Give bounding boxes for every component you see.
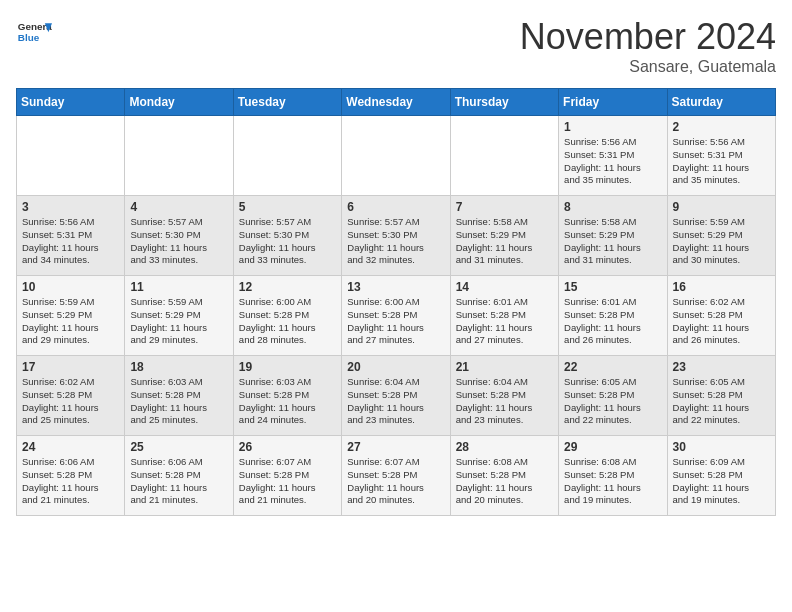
day-info: Sunrise: 6:00 AMSunset: 5:28 PMDaylight:… [239, 296, 336, 347]
calendar-week-row: 3Sunrise: 5:56 AMSunset: 5:31 PMDaylight… [17, 196, 776, 276]
day-number: 20 [347, 360, 444, 374]
day-info: Sunrise: 6:04 AMSunset: 5:28 PMDaylight:… [456, 376, 553, 427]
day-info: Sunrise: 6:07 AMSunset: 5:28 PMDaylight:… [347, 456, 444, 507]
day-info: Sunrise: 5:58 AMSunset: 5:29 PMDaylight:… [564, 216, 661, 267]
day-info: Sunrise: 6:03 AMSunset: 5:28 PMDaylight:… [239, 376, 336, 427]
calendar-week-row: 10Sunrise: 5:59 AMSunset: 5:29 PMDayligh… [17, 276, 776, 356]
weekday-header: Saturday [667, 89, 775, 116]
calendar-cell [17, 116, 125, 196]
calendar-cell: 24Sunrise: 6:06 AMSunset: 5:28 PMDayligh… [17, 436, 125, 516]
calendar-cell [450, 116, 558, 196]
day-number: 16 [673, 280, 770, 294]
calendar-cell: 16Sunrise: 6:02 AMSunset: 5:28 PMDayligh… [667, 276, 775, 356]
day-info: Sunrise: 6:02 AMSunset: 5:28 PMDaylight:… [22, 376, 119, 427]
day-number: 27 [347, 440, 444, 454]
day-info: Sunrise: 5:59 AMSunset: 5:29 PMDaylight:… [673, 216, 770, 267]
day-info: Sunrise: 6:08 AMSunset: 5:28 PMDaylight:… [564, 456, 661, 507]
weekday-header: Friday [559, 89, 667, 116]
day-info: Sunrise: 5:56 AMSunset: 5:31 PMDaylight:… [564, 136, 661, 187]
day-info: Sunrise: 6:06 AMSunset: 5:28 PMDaylight:… [130, 456, 227, 507]
logo: General Blue [16, 16, 52, 52]
calendar-cell: 21Sunrise: 6:04 AMSunset: 5:28 PMDayligh… [450, 356, 558, 436]
weekday-row: SundayMondayTuesdayWednesdayThursdayFrid… [17, 89, 776, 116]
calendar-week-row: 24Sunrise: 6:06 AMSunset: 5:28 PMDayligh… [17, 436, 776, 516]
calendar-cell: 12Sunrise: 6:00 AMSunset: 5:28 PMDayligh… [233, 276, 341, 356]
calendar-cell: 18Sunrise: 6:03 AMSunset: 5:28 PMDayligh… [125, 356, 233, 436]
day-info: Sunrise: 6:08 AMSunset: 5:28 PMDaylight:… [456, 456, 553, 507]
day-number: 23 [673, 360, 770, 374]
day-number: 11 [130, 280, 227, 294]
day-number: 28 [456, 440, 553, 454]
calendar-cell: 23Sunrise: 6:05 AMSunset: 5:28 PMDayligh… [667, 356, 775, 436]
day-number: 2 [673, 120, 770, 134]
page-header: General Blue November 2024 Sansare, Guat… [16, 16, 776, 76]
calendar-week-row: 17Sunrise: 6:02 AMSunset: 5:28 PMDayligh… [17, 356, 776, 436]
calendar-cell: 30Sunrise: 6:09 AMSunset: 5:28 PMDayligh… [667, 436, 775, 516]
calendar-cell: 11Sunrise: 5:59 AMSunset: 5:29 PMDayligh… [125, 276, 233, 356]
day-info: Sunrise: 5:57 AMSunset: 5:30 PMDaylight:… [239, 216, 336, 267]
svg-text:Blue: Blue [18, 32, 40, 43]
day-number: 19 [239, 360, 336, 374]
day-number: 24 [22, 440, 119, 454]
day-info: Sunrise: 6:02 AMSunset: 5:28 PMDaylight:… [673, 296, 770, 347]
calendar-cell: 26Sunrise: 6:07 AMSunset: 5:28 PMDayligh… [233, 436, 341, 516]
day-info: Sunrise: 6:09 AMSunset: 5:28 PMDaylight:… [673, 456, 770, 507]
calendar-cell: 1Sunrise: 5:56 AMSunset: 5:31 PMDaylight… [559, 116, 667, 196]
title-block: November 2024 Sansare, Guatemala [520, 16, 776, 76]
day-info: Sunrise: 6:00 AMSunset: 5:28 PMDaylight:… [347, 296, 444, 347]
day-number: 26 [239, 440, 336, 454]
calendar-body: 1Sunrise: 5:56 AMSunset: 5:31 PMDaylight… [17, 116, 776, 516]
day-number: 1 [564, 120, 661, 134]
calendar-cell: 9Sunrise: 5:59 AMSunset: 5:29 PMDaylight… [667, 196, 775, 276]
day-number: 25 [130, 440, 227, 454]
calendar-cell: 20Sunrise: 6:04 AMSunset: 5:28 PMDayligh… [342, 356, 450, 436]
calendar-cell: 2Sunrise: 5:56 AMSunset: 5:31 PMDaylight… [667, 116, 775, 196]
calendar-cell: 27Sunrise: 6:07 AMSunset: 5:28 PMDayligh… [342, 436, 450, 516]
calendar-cell: 6Sunrise: 5:57 AMSunset: 5:30 PMDaylight… [342, 196, 450, 276]
calendar-cell: 14Sunrise: 6:01 AMSunset: 5:28 PMDayligh… [450, 276, 558, 356]
calendar-cell [233, 116, 341, 196]
calendar-week-row: 1Sunrise: 5:56 AMSunset: 5:31 PMDaylight… [17, 116, 776, 196]
calendar-cell: 19Sunrise: 6:03 AMSunset: 5:28 PMDayligh… [233, 356, 341, 436]
day-info: Sunrise: 6:03 AMSunset: 5:28 PMDaylight:… [130, 376, 227, 427]
calendar-cell: 5Sunrise: 5:57 AMSunset: 5:30 PMDaylight… [233, 196, 341, 276]
day-info: Sunrise: 6:07 AMSunset: 5:28 PMDaylight:… [239, 456, 336, 507]
calendar-cell [125, 116, 233, 196]
weekday-header: Wednesday [342, 89, 450, 116]
day-number: 3 [22, 200, 119, 214]
calendar-cell: 10Sunrise: 5:59 AMSunset: 5:29 PMDayligh… [17, 276, 125, 356]
day-info: Sunrise: 6:04 AMSunset: 5:28 PMDaylight:… [347, 376, 444, 427]
calendar-cell: 3Sunrise: 5:56 AMSunset: 5:31 PMDaylight… [17, 196, 125, 276]
location: Sansare, Guatemala [520, 58, 776, 76]
calendar-table: SundayMondayTuesdayWednesdayThursdayFrid… [16, 88, 776, 516]
day-number: 14 [456, 280, 553, 294]
calendar-cell: 29Sunrise: 6:08 AMSunset: 5:28 PMDayligh… [559, 436, 667, 516]
calendar-header: SundayMondayTuesdayWednesdayThursdayFrid… [17, 89, 776, 116]
weekday-header: Thursday [450, 89, 558, 116]
month-title: November 2024 [520, 16, 776, 58]
day-number: 8 [564, 200, 661, 214]
day-info: Sunrise: 5:59 AMSunset: 5:29 PMDaylight:… [22, 296, 119, 347]
day-info: Sunrise: 5:57 AMSunset: 5:30 PMDaylight:… [130, 216, 227, 267]
day-number: 7 [456, 200, 553, 214]
day-number: 30 [673, 440, 770, 454]
day-number: 13 [347, 280, 444, 294]
day-info: Sunrise: 5:58 AMSunset: 5:29 PMDaylight:… [456, 216, 553, 267]
calendar-cell: 7Sunrise: 5:58 AMSunset: 5:29 PMDaylight… [450, 196, 558, 276]
logo-icon: General Blue [16, 16, 52, 52]
calendar-cell: 4Sunrise: 5:57 AMSunset: 5:30 PMDaylight… [125, 196, 233, 276]
calendar-cell [342, 116, 450, 196]
day-info: Sunrise: 6:01 AMSunset: 5:28 PMDaylight:… [456, 296, 553, 347]
day-number: 12 [239, 280, 336, 294]
calendar-cell: 17Sunrise: 6:02 AMSunset: 5:28 PMDayligh… [17, 356, 125, 436]
day-info: Sunrise: 5:57 AMSunset: 5:30 PMDaylight:… [347, 216, 444, 267]
day-info: Sunrise: 5:59 AMSunset: 5:29 PMDaylight:… [130, 296, 227, 347]
day-number: 9 [673, 200, 770, 214]
weekday-header: Sunday [17, 89, 125, 116]
day-number: 21 [456, 360, 553, 374]
calendar-cell: 15Sunrise: 6:01 AMSunset: 5:28 PMDayligh… [559, 276, 667, 356]
day-info: Sunrise: 5:56 AMSunset: 5:31 PMDaylight:… [22, 216, 119, 267]
calendar-cell: 13Sunrise: 6:00 AMSunset: 5:28 PMDayligh… [342, 276, 450, 356]
day-number: 17 [22, 360, 119, 374]
weekday-header: Tuesday [233, 89, 341, 116]
